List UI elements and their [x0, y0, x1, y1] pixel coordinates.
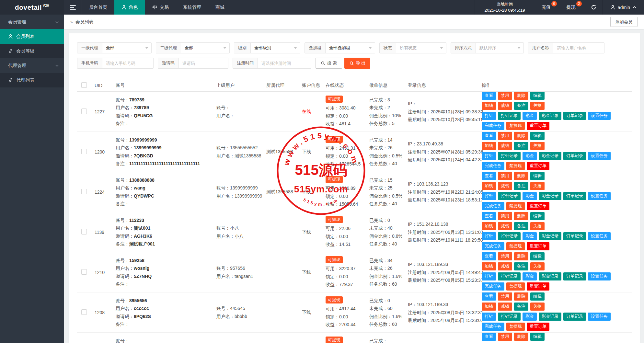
action-close-grab[interactable]: 关抢 — [530, 142, 545, 150]
row-checkbox[interactable] — [81, 149, 87, 154]
recharge-link[interactable]: 充值 6 — [535, 0, 560, 15]
action-reset-order[interactable]: 重置订单 — [527, 282, 549, 291]
sidebar-item-member-level[interactable]: 会员等级 — [0, 44, 64, 58]
action-inject[interactable]: 打针 — [482, 232, 496, 240]
action-ban-withdraw[interactable]: 禁提现 — [506, 242, 525, 250]
action-order-record[interactable]: 订单记录 — [563, 272, 586, 280]
action-bonus-record[interactable]: 彩金记录 — [539, 272, 561, 280]
filter-username-input[interactable] — [553, 43, 604, 53]
action-inject-record[interactable]: 打针记录 — [498, 152, 521, 160]
action-disable[interactable]: 禁用 — [498, 333, 512, 341]
action-reset-order[interactable]: 重置订单 — [527, 162, 549, 170]
action-order-record[interactable]: 订单记录 — [563, 112, 586, 120]
hamburger-button[interactable] — [64, 0, 82, 15]
action-view[interactable]: 查看 — [482, 172, 496, 180]
action-reset-order[interactable]: 重置订单 — [527, 122, 549, 130]
sidebar-item-agent-list[interactable]: 代理列表 — [0, 73, 64, 87]
action-add-money[interactable]: 加钱 — [482, 222, 496, 230]
action-set-task[interactable]: 设置任务 — [588, 112, 611, 120]
action-set-task[interactable]: 设置任务 — [588, 313, 611, 321]
action-edit[interactable]: 编辑 — [530, 212, 545, 220]
action-close-grab[interactable]: 关抢 — [530, 222, 545, 230]
action-disable[interactable]: 禁用 — [498, 292, 512, 301]
action-bonus-record[interactable]: 彩金记录 — [539, 112, 561, 120]
action-delete[interactable]: 删除 — [514, 292, 528, 301]
action-add-money[interactable]: 加钱 — [482, 102, 496, 110]
action-add-money[interactable]: 加钱 — [482, 142, 496, 150]
filter-first-agent-select[interactable]: 全部 — [102, 43, 151, 53]
action-delete[interactable]: 删除 — [514, 252, 528, 260]
row-checkbox[interactable] — [81, 229, 87, 234]
action-remark[interactable]: 备注 — [514, 142, 528, 150]
action-reset-order[interactable]: 重置订单 — [527, 202, 549, 210]
action-reset-order[interactable]: 重置订单 — [527, 242, 549, 250]
action-inject[interactable]: 打针 — [482, 272, 496, 280]
action-edit[interactable]: 编辑 — [530, 333, 545, 341]
action-subtract-money[interactable]: 减钱 — [498, 142, 512, 150]
action-delete[interactable]: 删除 — [514, 212, 528, 220]
action-disable[interactable]: 禁用 — [498, 132, 512, 140]
export-button[interactable]: 导 出 — [344, 58, 371, 69]
top-menu-mall[interactable]: 商城 — [208, 0, 232, 15]
action-disable[interactable]: 禁用 — [498, 172, 512, 180]
action-close-grab[interactable]: 关抢 — [530, 102, 545, 110]
withdraw-link[interactable]: 提现 2 — [560, 0, 585, 15]
action-delete[interactable]: 删除 — [514, 172, 528, 180]
action-inject-record[interactable]: 打针记录 — [498, 232, 521, 240]
action-set-task[interactable]: 设置任务 — [588, 152, 611, 160]
action-bonus[interactable]: 彩金 — [523, 272, 537, 280]
action-subtract-money[interactable]: 减钱 — [498, 222, 512, 230]
action-set-task[interactable]: 设置任务 — [588, 192, 611, 200]
action-disable[interactable]: 禁用 — [498, 212, 512, 220]
action-subtract-money[interactable]: 减钱 — [498, 262, 512, 270]
action-set-task[interactable]: 设置任务 — [588, 232, 611, 240]
action-ban-withdraw[interactable]: 禁提现 — [506, 202, 525, 210]
filter-regtime-input[interactable] — [258, 58, 311, 68]
filter-phone-input[interactable] — [102, 58, 153, 68]
action-bonus-record[interactable]: 彩金记录 — [539, 192, 561, 200]
action-view[interactable]: 查看 — [482, 333, 496, 341]
action-bonus-record[interactable]: 彩金记录 — [539, 152, 561, 160]
filter-overlay-group-select[interactable]: 全部叠加组 — [326, 43, 375, 53]
action-complete-task[interactable]: 完成任务 — [482, 122, 504, 130]
action-order-record[interactable]: 订单记录 — [563, 192, 586, 200]
action-disable[interactable]: 禁用 — [498, 252, 512, 260]
select-all-checkbox[interactable] — [81, 82, 87, 88]
action-close-grab[interactable]: 关抢 — [530, 262, 545, 270]
action-inject-record[interactable]: 打针记录 — [498, 272, 521, 280]
search-button[interactable]: 搜 索 — [316, 58, 342, 69]
action-set-task[interactable]: 设置任务 — [588, 272, 611, 280]
action-inject[interactable]: 打针 — [482, 313, 496, 321]
action-view[interactable]: 查看 — [482, 212, 496, 220]
action-edit[interactable]: 编辑 — [530, 132, 545, 140]
action-ban-withdraw[interactable]: 禁提现 — [506, 162, 525, 170]
top-menu-role[interactable]: 角色 — [114, 0, 145, 15]
action-remark[interactable]: 备注 — [514, 182, 528, 190]
action-reset-order[interactable]: 重置订单 — [527, 323, 549, 331]
action-inject-record[interactable]: 打针记录 — [498, 313, 521, 321]
action-order-record[interactable]: 订单记录 — [563, 232, 586, 240]
action-edit[interactable]: 编辑 — [530, 292, 545, 301]
filter-level-select[interactable]: 全部级别 — [251, 43, 300, 53]
action-remark[interactable]: 备注 — [514, 303, 528, 311]
row-checkbox[interactable] — [81, 109, 87, 114]
action-complete-task[interactable]: 完成任务 — [482, 202, 504, 210]
action-inject-record[interactable]: 打针记录 — [498, 112, 521, 120]
action-remark[interactable]: 备注 — [514, 102, 528, 110]
top-menu-trade[interactable]: 交易 — [145, 0, 176, 15]
add-member-button[interactable]: 添加会员 — [610, 17, 638, 27]
action-bonus[interactable]: 彩金 — [523, 192, 537, 200]
action-order-record[interactable]: 订单记录 — [563, 313, 586, 321]
top-menu-dashboard[interactable]: 后台首页 — [82, 0, 114, 15]
action-view[interactable]: 查看 — [482, 92, 496, 100]
action-ban-withdraw[interactable]: 禁提现 — [506, 282, 525, 291]
sidebar-item-agent-management[interactable]: 代理管理 — [0, 58, 64, 73]
action-remark[interactable]: 备注 — [514, 222, 528, 230]
action-close-grab[interactable]: 关抢 — [530, 182, 545, 190]
action-complete-task[interactable]: 完成任务 — [482, 242, 504, 250]
top-menu-system[interactable]: 系统管理 — [176, 0, 208, 15]
action-ban-withdraw[interactable]: 禁提现 — [506, 122, 525, 130]
filter-second-agent-select[interactable]: 全部 — [181, 43, 229, 53]
filter-sort-select[interactable]: 默认排序 — [476, 43, 523, 53]
action-order-record[interactable]: 订单记录 — [563, 152, 586, 160]
